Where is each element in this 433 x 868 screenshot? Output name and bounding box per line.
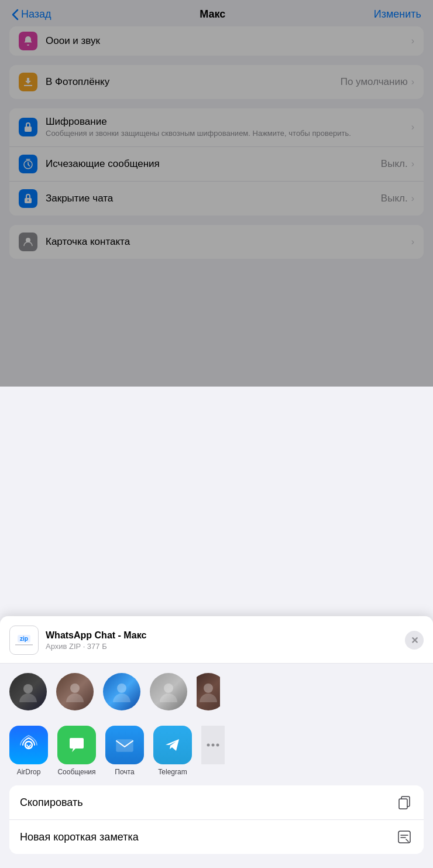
telegram-label: Telegram: [158, 768, 187, 776]
quick-note-label: Новая короткая заметка: [20, 831, 139, 843]
svg-point-4: [23, 684, 33, 693]
app-item-telegram[interactable]: Telegram: [153, 726, 192, 776]
more-icon: [201, 726, 225, 764]
bottom-safe-area: [0, 860, 433, 868]
note-svg: [397, 829, 412, 845]
share-actions: Скопировать Новая короткая заметка: [9, 785, 424, 854]
share-file-icon: zip: [9, 626, 39, 655]
app-item-airdrop[interactable]: AirDrop: [9, 726, 48, 776]
airdrop-label: AirDrop: [17, 768, 41, 776]
svg-point-11: [207, 744, 210, 747]
messages-label: Сообщения: [57, 768, 95, 776]
svg-rect-15: [399, 799, 407, 809]
dim-overlay: [0, 0, 433, 387]
contact-avatar-5: [197, 673, 220, 710]
mail-icon: [105, 726, 144, 764]
share-sheet: zip WhatsApp Chat - Макс Архив ZIP · 377…: [0, 616, 433, 868]
zip-label: zip: [18, 635, 30, 643]
svg-point-6: [117, 684, 126, 693]
app-item-messages[interactable]: Сообщения: [57, 726, 96, 776]
avatar-silhouette-5: [197, 680, 220, 703]
more-dots-icon: [204, 736, 222, 754]
contact-avatar-2: [56, 673, 94, 710]
copy-icon: [396, 794, 413, 811]
contact-avatar-4: [150, 673, 187, 710]
share-file-name: WhatsApp Chat - Макс: [46, 630, 405, 641]
airdrop-icon: [9, 726, 48, 764]
svg-point-5: [70, 684, 80, 693]
avatar-silhouette-3: [110, 680, 133, 703]
svg-point-8: [204, 684, 213, 693]
share-close-button[interactable]: ✕: [405, 631, 424, 650]
contact-item-3[interactable]: [103, 673, 140, 714]
contact-item-4[interactable]: [150, 673, 187, 714]
messages-svg: [65, 733, 88, 757]
file-line: [15, 644, 33, 645]
telegram-svg: [161, 733, 184, 757]
copy-svg: [397, 795, 412, 810]
share-title-block: WhatsApp Chat - Макс Архив ZIP · 377 Б: [46, 630, 405, 651]
svg-point-13: [216, 744, 219, 747]
app-item-mail[interactable]: Почта: [105, 726, 144, 776]
contact-item-2[interactable]: [56, 673, 94, 714]
svg-point-7: [164, 684, 173, 693]
mail-label: Почта: [115, 768, 134, 776]
action-row-quick-note[interactable]: Новая короткая заметка: [9, 820, 424, 854]
airdrop-svg: [17, 733, 40, 757]
svg-point-12: [212, 744, 215, 747]
share-header: zip WhatsApp Chat - Макс Архив ZIP · 377…: [0, 616, 433, 664]
apps-row: AirDrop Сообщения Почта: [0, 720, 433, 785]
contact-avatar-1: [9, 673, 47, 710]
app-item-more[interactable]: [201, 726, 225, 776]
close-icon: ✕: [411, 635, 418, 646]
avatar-silhouette-2: [63, 680, 87, 703]
mail-svg: [113, 733, 136, 757]
svg-rect-10: [116, 740, 133, 751]
contacts-row: [0, 664, 433, 720]
messages-icon: [57, 726, 96, 764]
action-row-copy[interactable]: Скопировать: [9, 785, 424, 820]
contact-item-5[interactable]: [197, 673, 220, 714]
contact-item-1[interactable]: [9, 673, 47, 714]
quick-note-icon: [396, 828, 413, 846]
contact-avatar-3: [103, 673, 140, 710]
avatar-silhouette-4: [157, 680, 180, 703]
telegram-icon: [153, 726, 192, 764]
copy-label: Скопировать: [20, 797, 83, 809]
share-file-meta: Архив ZIP · 377 Б: [46, 642, 405, 651]
avatar-silhouette-1: [16, 680, 40, 703]
